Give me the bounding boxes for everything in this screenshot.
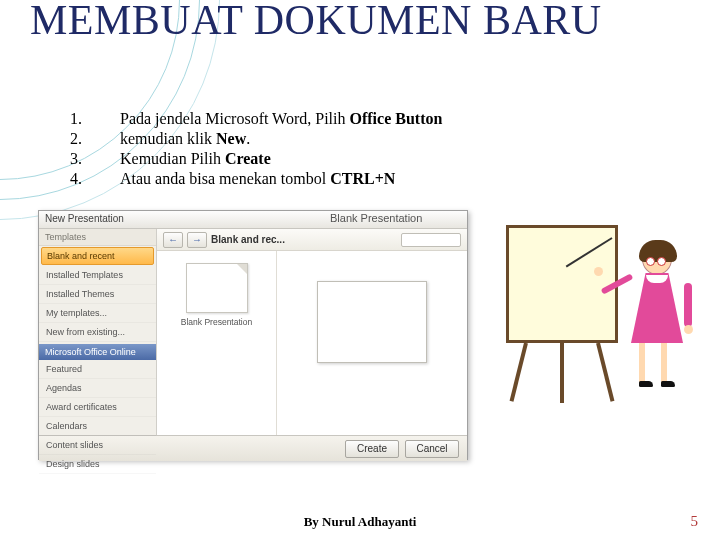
- new-presentation-dialog: New Presentation Templates Blank and rec…: [38, 210, 468, 460]
- sidebar-item-agendas[interactable]: Agendas: [39, 379, 156, 398]
- easel-leg: [560, 343, 564, 403]
- step-text: Pada jendela Microsoft Word, Pilih Offic…: [120, 110, 442, 128]
- step-text: Atau anda bisa menekan tombol CTRL+N: [120, 170, 395, 188]
- step-item: 2. kemudian klik New.: [70, 130, 442, 148]
- page-number: 5: [691, 513, 699, 530]
- sidebar-item-award-certificates[interactable]: Award certificates: [39, 398, 156, 417]
- sidebar-item-my-templates[interactable]: My templates...: [39, 304, 156, 323]
- dialog-toolbar: ← → Blank and rec...: [157, 229, 467, 251]
- teacher-clipart: [506, 225, 696, 425]
- step-text: kemudian klik New.: [120, 130, 250, 148]
- sidebar-item-installed-themes[interactable]: Installed Themes: [39, 285, 156, 304]
- blank-presentation-thumb[interactable]: [186, 263, 248, 313]
- sidebar-item-featured[interactable]: Featured: [39, 360, 156, 379]
- step-text: Kemudian Pilih Create: [120, 150, 271, 168]
- sidebar-item-new-from-existing[interactable]: New from existing...: [39, 323, 156, 342]
- easel-leg: [596, 343, 614, 402]
- sidebar-item-design-slides[interactable]: Design slides: [39, 455, 156, 474]
- step-number: 3.: [70, 150, 120, 168]
- sidebar-item-content-slides[interactable]: Content slides: [39, 436, 156, 455]
- preview-heading: Blank Presentation: [330, 212, 422, 224]
- step-item: 1. Pada jendela Microsoft Word, Pilih Of…: [70, 110, 442, 128]
- dialog-center: ← → Blank and rec... Blank Presentation: [157, 229, 467, 435]
- preview-page: [317, 281, 427, 363]
- breadcrumb: Blank and rec...: [211, 234, 285, 245]
- sidebar-header-templates: Templates: [39, 229, 156, 246]
- template-thumb-area: Blank Presentation: [157, 251, 277, 435]
- sidebar-header-office-online: Microsoft Office Online: [39, 344, 156, 360]
- thumb-label: Blank Presentation: [165, 317, 268, 327]
- footer-credit: By Nurul Adhayanti: [0, 514, 720, 530]
- step-item: 3. Kemudian Pilih Create: [70, 150, 442, 168]
- slide-title: MEMBUAT DOKUMEN BARU: [30, 0, 602, 42]
- step-number: 1.: [70, 110, 120, 128]
- sidebar-item-blank-recent[interactable]: Blank and recent: [41, 247, 154, 265]
- sidebar-item-calendars[interactable]: Calendars: [39, 417, 156, 436]
- template-search-input[interactable]: [401, 233, 461, 247]
- sidebar-item-installed-templates[interactable]: Installed Templates: [39, 266, 156, 285]
- teacher-figure-icon: [618, 243, 696, 418]
- cancel-button[interactable]: Cancel: [405, 440, 459, 458]
- template-preview-area: [277, 251, 467, 435]
- create-button[interactable]: Create: [345, 440, 399, 458]
- dialog-sidebar: Templates Blank and recent Installed Tem…: [39, 229, 157, 435]
- step-number: 4.: [70, 170, 120, 188]
- steps-list: 1. Pada jendela Microsoft Word, Pilih Of…: [70, 110, 442, 190]
- nav-back-button[interactable]: ←: [163, 232, 183, 248]
- step-number: 2.: [70, 130, 120, 148]
- step-item: 4. Atau anda bisa menekan tombol CTRL+N: [70, 170, 442, 188]
- nav-forward-button[interactable]: →: [187, 232, 207, 248]
- easel-leg: [510, 343, 528, 402]
